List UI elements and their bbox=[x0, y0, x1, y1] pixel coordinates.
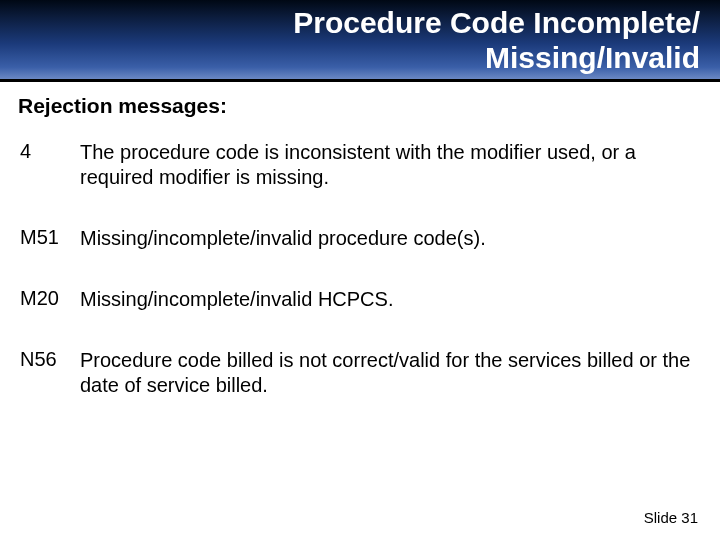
rejection-desc: Missing/incomplete/invalid HCPCS. bbox=[80, 287, 702, 312]
rejection-code: M51 bbox=[18, 226, 80, 249]
table-row: N56 Procedure code billed is not correct… bbox=[18, 348, 702, 398]
slide-title-line2: Missing/Invalid bbox=[485, 41, 700, 74]
rejection-desc: Missing/incomplete/invalid procedure cod… bbox=[80, 226, 702, 251]
table-row: M51 Missing/incomplete/invalid procedure… bbox=[18, 226, 702, 251]
slide-title: Procedure Code Incomplete/ Missing/Inval… bbox=[293, 6, 700, 75]
slide-content: Rejection messages: 4 The procedure code… bbox=[0, 82, 720, 398]
rejection-code: M20 bbox=[18, 287, 80, 310]
rejection-desc: The procedure code is inconsistent with … bbox=[80, 140, 702, 190]
slide-header: Procedure Code Incomplete/ Missing/Inval… bbox=[0, 0, 720, 79]
rejection-desc: Procedure code billed is not correct/val… bbox=[80, 348, 702, 398]
slide-title-line1: Procedure Code Incomplete/ bbox=[293, 6, 700, 39]
subheading: Rejection messages: bbox=[18, 94, 702, 118]
rejection-code: N56 bbox=[18, 348, 80, 371]
rejection-code: 4 bbox=[18, 140, 80, 163]
slide-number: Slide 31 bbox=[644, 509, 698, 526]
table-row: 4 The procedure code is inconsistent wit… bbox=[18, 140, 702, 190]
slide: Procedure Code Incomplete/ Missing/Inval… bbox=[0, 0, 720, 540]
table-row: M20 Missing/incomplete/invalid HCPCS. bbox=[18, 287, 702, 312]
